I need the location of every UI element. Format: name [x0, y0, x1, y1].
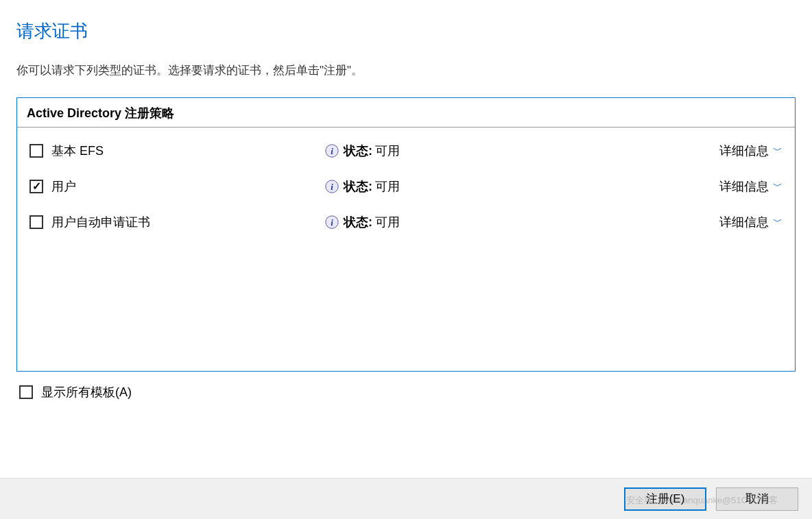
cert-name-col: 用户 [29, 178, 324, 195]
chevron-down-icon: ﹀ [773, 180, 783, 193]
chevron-down-icon: ﹀ [773, 216, 783, 228]
show-all-label: 显示所有模板(A) [41, 384, 132, 400]
checkbox-user[interactable] [29, 180, 43, 193]
show-all-row[interactable]: 显示所有模板(A) [16, 384, 796, 400]
details-label: 详细信息 [719, 143, 769, 159]
checkbox-show-all[interactable] [19, 385, 33, 399]
cert-row-user-auto[interactable]: 用户自动申请证书 i 状态: 可用 详细信息 ﹀ [29, 204, 783, 240]
cert-row-user[interactable]: 用户 i 状态: 可用 详细信息 ﹀ [29, 169, 783, 204]
status-col: i 状态: 可用 [324, 143, 719, 159]
cert-name-col: 基本 EFS [29, 143, 324, 159]
info-icon: i [324, 143, 339, 158]
info-icon: i [324, 215, 339, 230]
status-label: 状态: [344, 143, 372, 159]
checkbox-basic-efs[interactable] [29, 144, 43, 158]
page-title: 请求证书 [16, 19, 796, 43]
cert-name: 用户 [51, 178, 76, 195]
details-toggle[interactable]: 详细信息 ﹀ [719, 214, 783, 230]
cancel-button[interactable]: 取消 [716, 487, 798, 511]
chevron-down-icon: ﹀ [773, 145, 783, 157]
enroll-button[interactable]: 注册(E) [624, 487, 706, 511]
cert-name-col: 用户自动申请证书 [29, 214, 324, 230]
details-toggle[interactable]: 详细信息 ﹀ [719, 143, 783, 159]
enrollment-policy-box: Active Directory 注册策略 基本 EFS i 状态: 可用 详细… [16, 97, 796, 372]
status-value: 可用 [375, 178, 400, 195]
details-label: 详细信息 [719, 214, 769, 230]
cert-name: 基本 EFS [51, 143, 104, 159]
svg-text:i: i [331, 218, 333, 228]
status-value: 可用 [375, 214, 400, 230]
details-label: 详细信息 [719, 178, 769, 195]
page-description: 你可以请求下列类型的证书。选择要请求的证书，然后单击"注册"。 [16, 62, 796, 78]
status-col: i 状态: 可用 [324, 214, 719, 230]
svg-text:i: i [331, 147, 333, 156]
main-content: 请求证书 你可以请求下列类型的证书。选择要请求的证书，然后单击"注册"。 Act… [0, 0, 812, 400]
status-label: 状态: [344, 178, 372, 195]
status-value: 可用 [375, 143, 400, 159]
checkbox-user-auto[interactable] [29, 215, 43, 229]
policy-header: Active Directory 注册策略 [17, 98, 795, 128]
button-bar: 注册(E) 取消 [0, 478, 812, 519]
svg-text:i: i [331, 182, 333, 192]
details-toggle[interactable]: 详细信息 ﹀ [719, 178, 783, 195]
cert-row-basic-efs[interactable]: 基本 EFS i 状态: 可用 详细信息 ﹀ [29, 133, 783, 169]
status-label: 状态: [344, 214, 372, 230]
status-col: i 状态: 可用 [324, 178, 719, 195]
cert-name: 用户自动申请证书 [51, 214, 150, 230]
info-icon: i [324, 179, 339, 194]
certificate-list: 基本 EFS i 状态: 可用 详细信息 ﹀ 用户 [17, 128, 795, 245]
